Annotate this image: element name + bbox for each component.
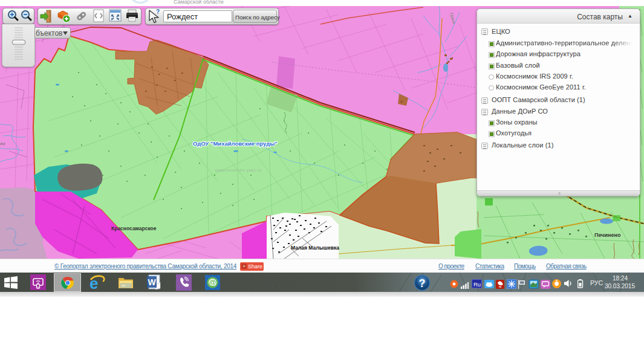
svg-text:ва: ва [0,141,5,146]
svg-text:ОдОУ "Михайловские пруды": ОдОУ "Михайловские пруды" [193,140,278,147]
svg-text:www.reserves-park.ru: www.reserves-park.ru [214,167,261,173]
svg-text:Печинено: Печинено [594,232,621,238]
svg-text:Красносамарское: Красносамарское [111,225,157,231]
svg-text:?: ? [156,8,160,15]
svg-text:@: @ [209,279,216,287]
svg-text:Малая Малышевка: Малая Малышевка [291,245,339,251]
svg-text:?: ? [419,277,426,289]
svg-text:W: W [148,277,157,287]
